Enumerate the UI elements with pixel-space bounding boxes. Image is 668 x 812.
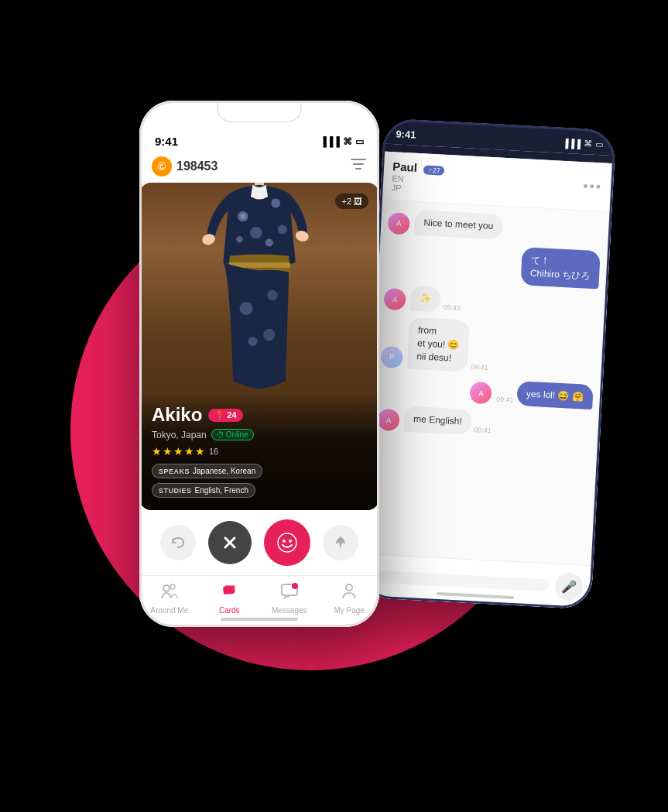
svg-point-15 <box>236 236 243 243</box>
message-row: P fromet you! 😊nii desu! 09:41 <box>381 316 597 379</box>
profile-info: Akiko 📍 24 Tokyo, Japan ⏱ Online <box>139 392 379 510</box>
chat-user-info: Paul ♂27 EN JP <box>391 159 444 194</box>
speaks-tag: SPEAKS Japanese, Korean <box>152 464 262 478</box>
message-row: て！Chihiro ちひろ <box>385 240 601 290</box>
clock-icon: ⏱ <box>217 430 224 439</box>
svg-point-23 <box>294 229 310 243</box>
age-badge: 📍 24 <box>208 409 242 422</box>
svg-point-20 <box>248 337 258 346</box>
svg-rect-32 <box>224 585 235 593</box>
around-me-icon <box>160 582 179 604</box>
cards-label: Cards <box>219 606 240 615</box>
sender-avatar: P <box>381 345 403 368</box>
svg-point-21 <box>263 329 275 341</box>
my-page-icon <box>340 582 358 604</box>
image-icon: 🖼 <box>354 197 362 206</box>
profile-card[interactable]: +2 🖼 Akiko 📍 24 Tokyo <box>139 183 379 510</box>
nav-around-me[interactable]: Around Me <box>139 582 200 615</box>
message-row: A me English! 09:41 <box>377 405 591 441</box>
svg-point-14 <box>265 238 273 246</box>
signal-bars-icon: ▐▐▐ <box>320 136 340 147</box>
chat-input-field[interactable] <box>369 570 550 591</box>
svg-point-19 <box>267 290 278 301</box>
tag-row: SPEAKS Japanese, Korean STUDIES English,… <box>152 464 367 498</box>
message-bubble: me English! <box>403 406 471 435</box>
boost-button[interactable] <box>323 525 358 560</box>
location-text: Tokyo, Japan <box>152 430 207 440</box>
message-bubble: Nice to meet you <box>414 210 504 240</box>
battery-icon: ▭ <box>595 139 604 150</box>
scene: 9:41 ▐▐▐ ⌘ ▭ Paul ♂27 <box>0 0 668 812</box>
nope-button[interactable] <box>208 521 252 564</box>
message-time: 09:41 <box>496 396 514 404</box>
battery-icon: ▭ <box>355 136 364 147</box>
svg-point-18 <box>240 302 253 315</box>
svg-point-30 <box>170 584 175 589</box>
cards-icon <box>220 582 238 604</box>
chat-age-badge: ♂27 <box>423 165 444 175</box>
stars-row: ★★★★★ 16 <box>152 445 367 457</box>
chat-status-icons: ▐▐▐ ⌘ ▭ <box>562 138 603 150</box>
notch-area <box>139 101 379 125</box>
svg-point-35 <box>346 584 352 591</box>
coin-display[interactable]: © 198453 <box>152 156 218 176</box>
action-buttons <box>139 510 379 575</box>
home-indicator-front <box>221 618 298 621</box>
message-with-time: me English! 09:41 <box>403 406 492 437</box>
nav-cards[interactable]: Cards <box>200 582 260 615</box>
message-with-time: 09:41 yes lol! 😅 🤗 <box>496 379 594 409</box>
message-row: A ✨ 09:41 <box>383 284 598 320</box>
sender-avatar: A <box>388 212 410 235</box>
message-bubble: fromet you! 😊nii desu! <box>407 317 471 372</box>
svg-point-12 <box>271 199 280 208</box>
message-bubble: yes lol! 😅 🤗 <box>516 381 594 410</box>
around-me-label: Around Me <box>150 606 188 615</box>
message-time: 09:41 <box>443 303 461 312</box>
message-time: 09:41 <box>471 362 488 371</box>
svg-point-26 <box>278 533 296 552</box>
nav-messages[interactable]: Messages <box>259 582 320 615</box>
svg-point-27 <box>283 540 286 543</box>
location-row: Tokyo, Japan ⏱ Online <box>152 429 367 440</box>
filter-button[interactable] <box>350 156 367 176</box>
my-page-label: My Page <box>334 606 365 615</box>
top-bar: © 198453 <box>139 152 379 183</box>
rewind-button[interactable] <box>160 525 196 560</box>
messages-label: Messages <box>272 606 307 615</box>
nav-my-page[interactable]: My Page <box>320 582 380 615</box>
message-with-time: fromet you! 😊nii desu! 09:41 <box>407 317 491 373</box>
svg-point-34 <box>292 583 298 589</box>
profile-name: Akiko <box>152 404 202 426</box>
messages-icon <box>280 582 299 604</box>
photo-count-badge: +2 🖼 <box>335 194 368 209</box>
studies-tag: STUDIES English, French <box>152 483 255 498</box>
phone-cards: 9:41 ▐▐▐ ⌘ ▭ © 198453 <box>139 101 379 627</box>
message-with-time: ✨ 09:41 <box>409 286 461 313</box>
location-pin-icon: 📍 <box>214 410 225 420</box>
star-rating: ★★★★★ <box>152 445 206 457</box>
review-count: 16 <box>209 447 218 456</box>
message-row: 09:41 yes lol! 😅 🤗 A <box>379 373 593 409</box>
coin-amount: 198453 <box>176 159 218 173</box>
time-display: 9:41 <box>155 135 178 148</box>
svg-point-11 <box>240 214 245 219</box>
wifi-icon: ⌘ <box>584 139 593 149</box>
sender-avatar: A <box>383 288 406 310</box>
online-badge: ⏱ Online <box>211 429 254 440</box>
chat-user-details: EN JP <box>391 173 444 194</box>
profile-card-area: +2 🖼 Akiko 📍 24 Tokyo <box>139 183 379 510</box>
profile-name-row: Akiko 📍 24 <box>152 404 367 426</box>
chat-time: 9:41 <box>396 128 416 140</box>
svg-point-13 <box>250 227 262 238</box>
chat-messages: A Nice to meet you て！Chihiro ちひろ A ✨ 09:… <box>361 200 612 565</box>
signal-icon: ▐▐▐ <box>562 138 581 148</box>
sender-avatar: A <box>377 409 399 431</box>
phone-chat: 9:41 ▐▐▐ ⌘ ▭ Paul ♂27 <box>359 118 616 610</box>
message-row: A Nice to meet you <box>388 208 602 245</box>
mic-button[interactable]: 🎤 <box>554 572 584 601</box>
kimono-figure <box>178 183 341 394</box>
message-group: て！Chihiro ちひろ <box>520 247 601 290</box>
svg-point-16 <box>278 225 287 235</box>
chat-more-button[interactable]: ••• <box>583 178 603 195</box>
like-button[interactable] <box>264 519 310 566</box>
